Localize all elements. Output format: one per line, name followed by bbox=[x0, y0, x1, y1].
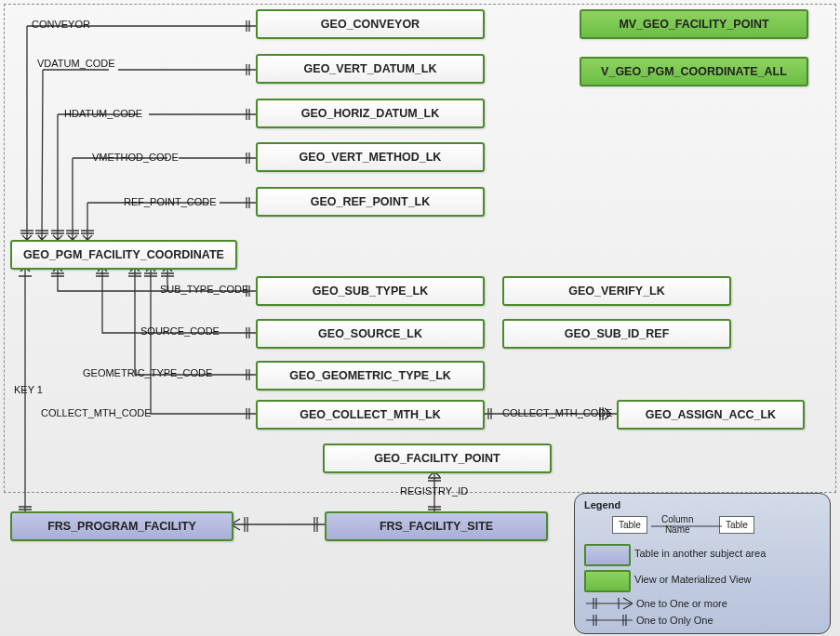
label-geometric: GEOMETRIC_TYPE_CODE bbox=[83, 367, 212, 378]
label: V_GEO_PGM_COORDINATE_ALL bbox=[601, 65, 787, 78]
legend-other-area: Table in another subject area bbox=[634, 548, 766, 559]
legend-one-only-icon bbox=[586, 613, 633, 628]
entity-geo-conveyor: GEO_CONVEYOR bbox=[256, 9, 485, 39]
label: MV_GEO_FACILITY_POINT bbox=[619, 18, 768, 31]
label: FRS_FACILITY_SITE bbox=[380, 520, 493, 533]
label: GEO_PGM_FACILITY_COORDINATE bbox=[23, 248, 224, 261]
label-vdatum: VDATUM_CODE bbox=[37, 58, 115, 69]
label: GEO_SUB_TYPE_LK bbox=[313, 285, 428, 298]
label: GEO_ASSIGN_ACC_LK bbox=[646, 408, 776, 421]
label: GEO_HORIZ_DATUM_LK bbox=[301, 107, 439, 120]
label: GEO_COLLECT_MTH_LK bbox=[300, 408, 440, 421]
entity-geo-vert-method: GEO_VERT_METHOD_LK bbox=[256, 142, 485, 172]
label: GEO_VERT_METHOD_LK bbox=[300, 151, 442, 164]
label-registry: REGISTRY_ID bbox=[400, 485, 468, 497]
legend-one-more-icon bbox=[586, 596, 633, 611]
label: GEO_CONVEYOR bbox=[321, 18, 420, 31]
label: GEO_REF_POINT_LK bbox=[311, 195, 431, 208]
label: GEO_VERIFY_LK bbox=[568, 285, 665, 298]
label: GEO_VERT_DATUM_LK bbox=[304, 62, 437, 75]
legend-table-2: Table bbox=[719, 516, 754, 534]
entity-geo-sub-id-ref: GEO_SUB_ID_REF bbox=[502, 319, 731, 349]
label: GEO_SUB_ID_REF bbox=[565, 327, 670, 340]
label-collect-2: COLLECT_MTH_CODE bbox=[502, 407, 613, 418]
label: GEO_GEOMETRIC_TYPE_LK bbox=[289, 369, 451, 382]
entity-frs-facility-site: FRS_FACILITY_SITE bbox=[325, 511, 548, 541]
label: GEO_SOURCE_LK bbox=[318, 327, 422, 340]
legend-swatch-blue bbox=[584, 544, 631, 566]
legend-one-more: One to One or more bbox=[636, 598, 727, 609]
legend-panel: Legend Table ColumnName Table Table in a… bbox=[574, 493, 831, 634]
entity-geo-source: GEO_SOURCE_LK bbox=[256, 319, 485, 349]
entity-geo-geometric-type: GEO_GEOMETRIC_TYPE_LK bbox=[256, 361, 485, 391]
entity-geo-horiz-datum: GEO_HORIZ_DATUM_LK bbox=[256, 99, 485, 128]
label: GEO_FACILITY_POINT bbox=[374, 452, 500, 465]
entity-v-geo-pgm-coordinate-all: V_GEO_PGM_COORDINATE_ALL bbox=[580, 57, 808, 86]
entity-frs-program-facility: FRS_PROGRAM_FACILITY bbox=[10, 511, 233, 541]
label-source: SOURCE_CODE bbox=[140, 325, 220, 337]
entity-geo-ref-point: GEO_REF_POINT_LK bbox=[256, 187, 485, 217]
label-vmethod: VMETHOD_CODE bbox=[92, 152, 179, 163]
legend-table-1: Table bbox=[612, 516, 647, 534]
label-ref-point: REF_POINT_CODE bbox=[124, 196, 217, 207]
entity-geo-vert-datum: GEO_VERT_DATUM_LK bbox=[256, 54, 485, 84]
legend-swatch-green bbox=[584, 570, 631, 592]
entity-geo-pgm-facility-coordinate: GEO_PGM_FACILITY_COORDINATE bbox=[10, 240, 237, 270]
label-collect-1: COLLECT_MTH_CODE bbox=[41, 407, 152, 418]
entity-geo-verify: GEO_VERIFY_LK bbox=[502, 276, 731, 306]
label-sub-type: SUB_TYPE_CODE bbox=[160, 284, 248, 295]
legend-one-only: One to Only One bbox=[636, 615, 713, 626]
entity-geo-facility-point: GEO_FACILITY_POINT bbox=[323, 444, 552, 473]
legend-view: View or Materialized View bbox=[634, 574, 752, 585]
entity-geo-assign-acc: GEO_ASSIGN_ACC_LK bbox=[617, 400, 805, 430]
entity-geo-sub-type: GEO_SUB_TYPE_LK bbox=[256, 276, 485, 306]
legend-title: Legend bbox=[584, 499, 620, 510]
label-conveyor: CONVEYOR bbox=[32, 19, 90, 30]
label-key: KEY 1 bbox=[14, 384, 43, 395]
label-hdatum: HDATUM_CODE bbox=[64, 108, 142, 119]
entity-mv-geo-facility-point: MV_GEO_FACILITY_POINT bbox=[580, 9, 808, 39]
entity-geo-collect-mth: GEO_COLLECT_MTH_LK bbox=[256, 400, 485, 430]
label: FRS_PROGRAM_FACILITY bbox=[47, 520, 196, 533]
